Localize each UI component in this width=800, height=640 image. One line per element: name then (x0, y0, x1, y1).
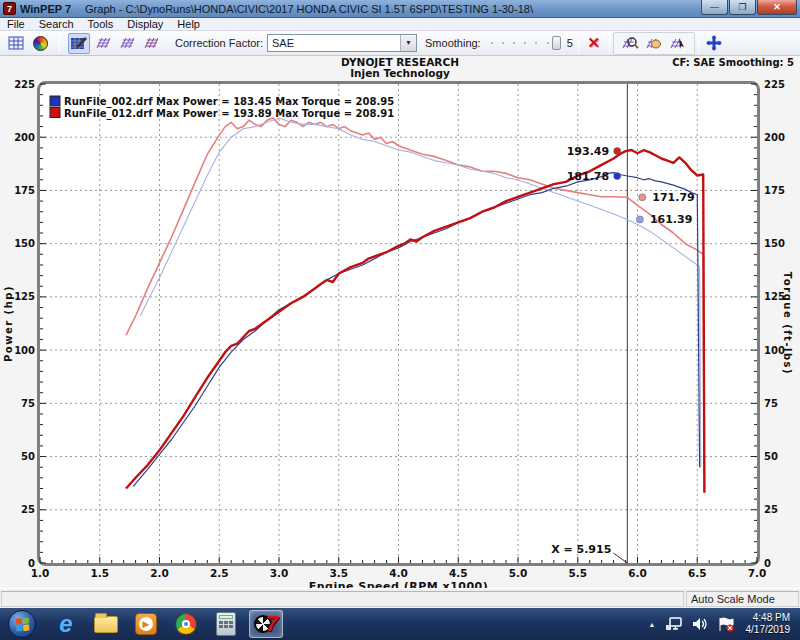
restore-button[interactable]: ❐ (729, 0, 756, 15)
y-tick-label-left: 100 (14, 345, 35, 356)
y-tick-label-right: 150 (764, 238, 785, 249)
x-tick-label: 6.0 (628, 567, 647, 579)
color-wheel-icon (33, 36, 48, 51)
slider-handle[interactable] (552, 36, 561, 50)
hand-graph-icon (645, 35, 663, 51)
runlist-button[interactable] (5, 33, 27, 54)
title-bar[interactable]: 7 WinPEP 7 Graph - C:\DynoRuns\HONDA\CIV… (0, 0, 800, 18)
system-tray: ▲ 4:48 PM 4/17/2019 (649, 612, 800, 636)
cursor-graph-button[interactable] (667, 33, 689, 54)
cursor-marker-dot (614, 173, 621, 180)
cursor-x-readout: X = 5.915 (551, 543, 611, 556)
x-tick-label: 3.5 (329, 567, 348, 579)
graph-3d-button-2[interactable] (116, 33, 138, 54)
network-icon[interactable] (665, 617, 683, 631)
menu-search[interactable]: Search (32, 18, 81, 31)
magnifier-graph-icon (621, 35, 639, 51)
tray-expand-icon[interactable]: ▲ (649, 621, 656, 628)
cursor-marker-dot (639, 194, 646, 201)
y-tick-label-right: 75 (764, 398, 778, 409)
internet-explorer-icon: e (59, 612, 72, 636)
x-tick-label: 4.0 (389, 567, 408, 579)
cursor-marker-value: 181.78 (567, 170, 609, 183)
taskbar-item-calculator[interactable] (209, 610, 243, 638)
y-tick-label-right: 225 (764, 79, 785, 90)
menu-display[interactable]: Display (120, 18, 170, 31)
window-title: Graph - C:\DynoRuns\HONDA\CIVIC\2017 HON… (85, 3, 533, 15)
menu-file[interactable]: File (0, 18, 32, 31)
calculator-icon (216, 612, 236, 636)
toolbar-separator (698, 34, 699, 53)
y-tick-label-left: 125 (14, 291, 35, 302)
smoothing-slider[interactable] (489, 35, 561, 51)
y-tick-label-right: 200 (764, 132, 785, 143)
x-axis-title: Engine Speed (RPM x1000) (309, 580, 489, 588)
legend-swatch (50, 108, 60, 118)
x-tick-label: 2.5 (210, 567, 229, 579)
correction-factor-select[interactable]: SAE ▼ (267, 34, 417, 52)
speaker-icon[interactable] (692, 617, 708, 631)
dyno-chart: 1.01.52.02.53.03.54.04.55.05.56.06.57.00… (0, 56, 800, 588)
taskbar-clock[interactable]: 4:48 PM 4/17/2019 (746, 612, 791, 636)
taskbar-item-winpep[interactable]: 7 (249, 610, 283, 638)
winpep-app-icon: 7 (3, 2, 16, 15)
menu-tools[interactable]: Tools (81, 18, 121, 31)
table-grid-icon (8, 36, 25, 51)
cursor-marker-dot (614, 148, 621, 155)
x-tick-label: 1.5 (90, 567, 109, 579)
folder-icon (94, 616, 118, 633)
graph-3d-button-3[interactable] (140, 33, 162, 54)
cursor-marker-value: 193.49 (567, 145, 609, 158)
action-center-flag-icon[interactable] (717, 617, 735, 632)
taskbar-item-explorer[interactable] (89, 610, 123, 638)
correction-factor-value: SAE (268, 37, 400, 49)
graph-3d-button-1[interactable] (92, 33, 114, 54)
x-tick-label: 1.0 (31, 567, 50, 579)
legend-label: RunFile_012.drf Max Power = 193.89 Max T… (64, 108, 394, 120)
app-name: WinPEP 7 (20, 3, 71, 15)
taskbar: e ▶ 7 ▲ (0, 608, 800, 640)
zoom-graph-button[interactable] (619, 33, 641, 54)
color-settings-button[interactable] (29, 33, 51, 54)
y-axis-title-power: Power (hp) (3, 285, 14, 362)
x-tick-label: 5.0 (509, 567, 528, 579)
start-button[interactable] (8, 610, 36, 638)
x-tick-label: 5.5 (568, 567, 587, 579)
taskbar-item-media-player[interactable]: ▶ (129, 610, 163, 638)
y-tick-label-left: 175 (14, 185, 35, 196)
delete-run-button[interactable]: ✕ (583, 33, 605, 54)
chrome-icon (175, 613, 197, 635)
legend-label: RunFile_002.drf Max Power = 183.45 Max T… (64, 96, 394, 108)
clock-date: 4/17/2019 (746, 624, 791, 636)
chevron-down-icon[interactable]: ▼ (400, 35, 416, 51)
y-tick-label-right: 125 (764, 291, 785, 302)
y-tick-label-right: 0 (764, 558, 771, 569)
y-tick-label-right: 175 (764, 185, 785, 196)
taskbar-item-internet-explorer[interactable]: e (49, 610, 83, 638)
x-tick-label: 4.5 (449, 567, 468, 579)
correction-smoothing-info: CF: SAE Smoothing: 5 (672, 57, 794, 68)
graph-view-button[interactable] (68, 33, 90, 54)
toolbar-separator (578, 34, 579, 53)
x-tick-label: 2.0 (150, 567, 169, 579)
close-button[interactable]: ✕ (757, 0, 797, 15)
correction-factor-label: Correction Factor: (175, 37, 263, 49)
status-message-area (1, 591, 684, 607)
wireframe-graph-icon (142, 35, 160, 51)
scale-mode-indicator: Auto Scale Mode (686, 591, 799, 607)
taskbar-item-chrome[interactable] (169, 610, 203, 638)
smoothing-value: 5 (565, 37, 575, 49)
media-player-icon: ▶ (135, 613, 157, 635)
crosshair-icon (705, 35, 723, 51)
pan-graph-button[interactable] (643, 33, 665, 54)
y-tick-label-left: 25 (21, 504, 35, 515)
status-bar: Auto Scale Mode (0, 588, 800, 608)
slider-ticks (491, 42, 549, 44)
y-tick-label-left: 225 (14, 79, 35, 90)
crosshair-tool-button[interactable] (703, 33, 725, 54)
minimize-button[interactable]: — (701, 0, 728, 15)
red-x-icon: ✕ (587, 34, 600, 52)
y-tick-label-left: 150 (14, 238, 35, 249)
dyno-graph-panel: 1.01.52.02.53.03.54.04.55.05.56.06.57.00… (0, 56, 800, 588)
menu-help[interactable]: Help (170, 18, 207, 31)
